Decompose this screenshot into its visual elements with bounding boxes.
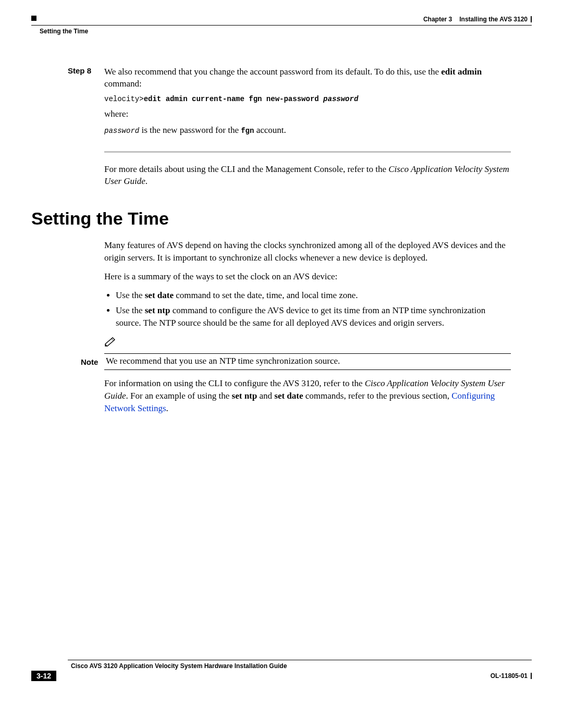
code-line: velocity>edit admin current-name fgn new… — [104, 94, 511, 104]
step-text: We also recommend that you change the ac… — [104, 66, 511, 90]
header-marker-left — [31, 16, 36, 21]
header-bar-right — [531, 16, 532, 22]
list-item: Use the set date command to set the date… — [116, 289, 511, 302]
note-rule-bottom — [104, 369, 511, 370]
page-footer: Cisco AVS 3120 Application Velocity Syst… — [31, 660, 532, 681]
where-label: where: — [104, 108, 511, 120]
password-desc: password is the new password for the fgn… — [104, 125, 511, 137]
header-rule — [31, 25, 532, 26]
chapter-label: Chapter 3 — [423, 16, 452, 23]
bullet-list: Use the set date command to set the date… — [104, 289, 511, 329]
closing-para: For information on using the CLI to conf… — [104, 377, 511, 414]
footer-doc-title: Cisco AVS 3120 Application Velocity Syst… — [71, 662, 532, 670]
intro-para: Many features of AVS depend on having th… — [104, 239, 511, 264]
heading-setting-time: Setting the Time — [31, 208, 511, 229]
note-rule-top — [104, 353, 511, 354]
note-label: Note — [81, 357, 103, 366]
page-number: 3-12 — [31, 671, 56, 681]
list-item: Use the set ntp command to configure the… — [116, 304, 511, 329]
step-label: Step 8 — [68, 66, 99, 75]
section-label: Setting the Time — [40, 28, 532, 35]
pencil-icon — [104, 337, 511, 349]
more-info-para: For more details about using the CLI and… — [104, 163, 511, 188]
chapter-title: Installing the AVS 3120 — [459, 16, 528, 23]
footer-bar-right — [531, 673, 532, 679]
doc-id: OL-11805-01 — [491, 672, 528, 680]
note-text: We recommend that you use an NTP time sy… — [106, 356, 511, 366]
section-divider — [104, 151, 511, 153]
chapter-header: Chapter 3 Installing the AVS 3120 — [423, 16, 532, 23]
summary-para: Here is a summary of the ways to set the… — [104, 270, 511, 283]
note-block: Note We recommend that you use an NTP ti… — [81, 337, 511, 370]
footer-rule — [68, 660, 532, 660]
